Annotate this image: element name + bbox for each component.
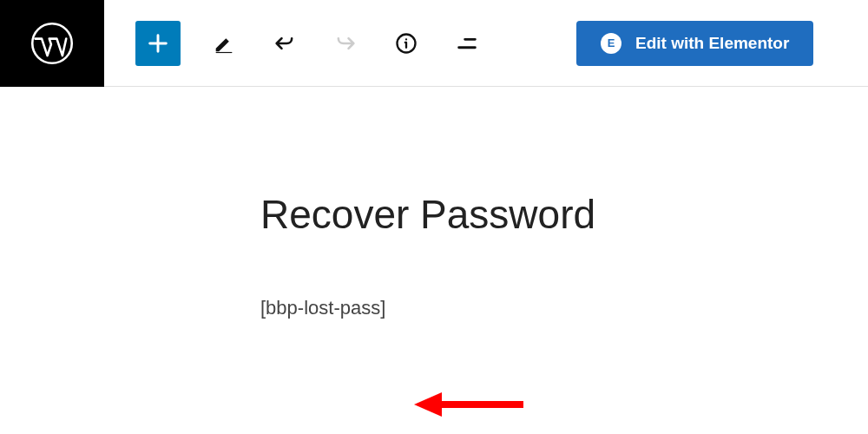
outline-icon <box>455 31 479 56</box>
undo-button[interactable] <box>267 26 302 61</box>
elementor-icon: E <box>601 33 621 54</box>
edit-with-elementor-button[interactable]: E Edit with Elementor <box>576 21 813 66</box>
toolbar-actions: E Edit with Elementor <box>104 21 813 66</box>
editor-toolbar: E Edit with Elementor <box>0 0 868 87</box>
plus-icon <box>146 31 170 56</box>
add-block-button[interactable] <box>135 21 181 66</box>
annotation-arrow <box>412 387 525 422</box>
outline-button[interactable] <box>450 26 484 61</box>
undo-icon <box>273 31 297 56</box>
redo-icon <box>333 31 358 56</box>
info-button[interactable] <box>389 26 424 61</box>
editor-content[interactable]: Recover Password [bbp-lost-pass] <box>0 87 868 319</box>
pencil-icon <box>212 31 236 56</box>
wordpress-logo[interactable] <box>0 0 104 87</box>
elementor-button-label: Edit with Elementor <box>635 34 789 53</box>
page-title[interactable]: Recover Password <box>260 191 868 238</box>
wordpress-icon <box>30 21 75 66</box>
shortcode-block[interactable]: [bbp-lost-pass] <box>260 297 868 319</box>
edit-mode-button[interactable] <box>207 26 241 61</box>
svg-marker-3 <box>414 392 442 417</box>
redo-button[interactable] <box>328 26 363 61</box>
info-icon <box>394 31 418 56</box>
